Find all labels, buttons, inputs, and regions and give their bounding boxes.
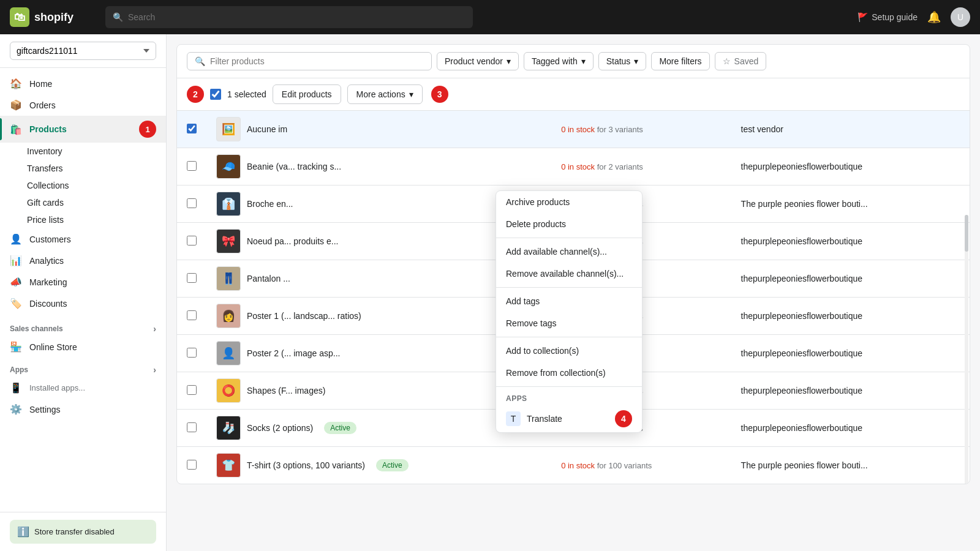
products-icon: 🛍️ bbox=[10, 124, 22, 135]
translate-icon: T bbox=[506, 411, 521, 426]
saved-btn[interactable]: ☆ Saved bbox=[715, 52, 767, 70]
checkbox-cell bbox=[177, 111, 206, 148]
product-name: Shapes (F... images) bbox=[247, 386, 325, 395]
status-badge: Active bbox=[376, 459, 409, 471]
sidebar-sub-collections[interactable]: Collections bbox=[27, 177, 166, 194]
expand-icon[interactable]: › bbox=[153, 324, 156, 334]
logo: 🛍 shopify bbox=[10, 7, 96, 27]
edit-products-btn[interactable]: Edit products bbox=[273, 84, 341, 104]
sales-channels-header: Sales channels › bbox=[0, 317, 166, 336]
sidebar-sub-transfers[interactable]: Transfers bbox=[27, 160, 166, 177]
dropdown-item-translate[interactable]: T Translate 4 bbox=[496, 405, 642, 432]
dropdown-item-remove-channel[interactable]: Remove available channel(s)... bbox=[496, 263, 642, 285]
stock-cell: 0 in stock for 3 variants bbox=[551, 111, 731, 148]
sidebar-item-app-placeholder[interactable]: 📱 Installed apps... bbox=[0, 377, 166, 399]
notifications-icon[interactable]: 🔔 bbox=[927, 10, 941, 24]
sidebar-item-marketing[interactable]: 📣 Marketing bbox=[0, 271, 166, 293]
topbar: 🛍 shopify 🔍 🚩 Setup guide 🔔 U bbox=[0, 0, 980, 34]
store-selector[interactable]: giftcards211011 bbox=[0, 34, 166, 68]
row-checkbox[interactable] bbox=[187, 236, 197, 246]
row-checkbox[interactable] bbox=[187, 310, 197, 320]
product-image: ⭕ bbox=[216, 378, 241, 403]
setup-guide-link[interactable]: 🚩 Setup guide bbox=[858, 12, 918, 22]
sidebar-section-main: 🏠 Home 📦 Orders 🛍️ Products 1 Inventory … bbox=[0, 73, 166, 314]
checkbox-cell bbox=[177, 335, 206, 372]
row-checkbox[interactable] bbox=[187, 273, 197, 283]
filter-search-icon: 🔍 bbox=[195, 56, 205, 66]
vendor-filter-btn[interactable]: Product vendor ▾ bbox=[437, 52, 519, 70]
scrollbar[interactable] bbox=[965, 215, 968, 484]
sidebar-item-online-store[interactable]: 🏪 Online Store bbox=[0, 336, 166, 358]
sidebar-label-online-store: Online Store bbox=[29, 342, 77, 352]
checkbox-cell bbox=[177, 148, 206, 186]
sidebar-item-settings[interactable]: ⚙️ Settings bbox=[0, 399, 166, 420]
sidebar-sub-price-lists[interactable]: Price lists bbox=[27, 211, 166, 228]
dropdown-item-delete[interactable]: Delete products bbox=[496, 213, 642, 235]
dropdown-item-remove-collection[interactable]: Remove from collection(s) bbox=[496, 362, 642, 384]
sidebar-item-orders[interactable]: 📦 Orders bbox=[0, 94, 166, 116]
app-icon: 📱 bbox=[10, 382, 22, 394]
table-row: 🧢 Beanie (va... tracking s... 0 in stock… bbox=[177, 148, 970, 186]
row-checkbox[interactable] bbox=[187, 422, 197, 432]
product-name: Pantalon ... bbox=[247, 274, 290, 283]
store-dropdown[interactable]: giftcards211011 bbox=[10, 42, 156, 60]
sidebar-label-discounts: Discounts bbox=[29, 299, 67, 309]
select-all-checkbox[interactable] bbox=[210, 89, 221, 100]
dropdown-item-archive[interactable]: Archive products bbox=[496, 191, 642, 213]
row-checkbox[interactable] bbox=[187, 198, 197, 208]
sidebar-item-products[interactable]: 🛍️ Products 1 bbox=[0, 116, 166, 143]
sidebar: giftcards211011 🏠 Home 📦 Orders 🛍️ Produ… bbox=[0, 34, 167, 551]
dropdown-item-add-channel[interactable]: Add available channel(s)... bbox=[496, 241, 642, 263]
product-info: 🖼️ Aucune im bbox=[216, 117, 541, 141]
product-cell: 🧢 Beanie (va... tracking s... bbox=[206, 148, 551, 186]
search-input[interactable] bbox=[128, 12, 466, 22]
sidebar-item-analytics[interactable]: 📊 Analytics bbox=[0, 250, 166, 271]
avatar[interactable]: U bbox=[951, 7, 970, 27]
settings-icon: ⚙️ bbox=[10, 403, 22, 415]
row-checkbox[interactable] bbox=[187, 124, 197, 133]
annotation-2: 2 bbox=[187, 86, 204, 103]
sidebar-sub-inventory[interactable]: Inventory bbox=[27, 143, 166, 160]
annotation-3: 3 bbox=[431, 86, 448, 103]
sidebar-item-customers[interactable]: 👤 Customers bbox=[0, 228, 166, 250]
checkbox-cell bbox=[177, 186, 206, 223]
flag-icon: 🚩 bbox=[858, 12, 868, 22]
checkbox-cell bbox=[177, 447, 206, 484]
logo-text: shopify bbox=[34, 11, 74, 24]
sidebar-sub-gift-cards[interactable]: Gift cards bbox=[27, 194, 166, 211]
product-image: 👔 bbox=[216, 192, 241, 216]
dropdown-item-add-tags[interactable]: Add tags bbox=[496, 290, 642, 312]
more-actions-dropdown: Archive products Delete products Add ava… bbox=[496, 190, 643, 433]
row-checkbox[interactable] bbox=[187, 385, 197, 395]
row-checkbox[interactable] bbox=[187, 348, 197, 358]
topbar-search-container: 🔍 bbox=[105, 6, 473, 28]
sidebar-item-home[interactable]: 🏠 Home bbox=[0, 73, 166, 94]
dropdown-divider-1 bbox=[496, 238, 642, 238]
sidebar-label-analytics: Analytics bbox=[29, 256, 64, 266]
vendor-chevron-icon: ▾ bbox=[507, 56, 511, 66]
apps-expand-icon[interactable]: › bbox=[153, 365, 156, 375]
row-checkbox[interactable] bbox=[187, 460, 197, 470]
vendor-cell: thepurplepeoniesflowerboutique bbox=[731, 260, 970, 298]
tagged-filter-btn[interactable]: Tagged with ▾ bbox=[524, 52, 594, 70]
more-actions-btn[interactable]: More actions ▾ bbox=[347, 84, 423, 104]
product-info: 🧦 Socks (2 options) Active bbox=[216, 416, 541, 440]
customers-icon: 👤 bbox=[10, 233, 22, 245]
star-icon: ☆ bbox=[723, 56, 731, 66]
store-transfer-text: Store transfer disabled bbox=[34, 527, 115, 536]
status-filter-btn[interactable]: Status ▾ bbox=[598, 52, 647, 70]
dropdown-item-add-collection[interactable]: Add to collection(s) bbox=[496, 340, 642, 362]
sidebar-nav: 🏠 Home 📦 Orders 🛍️ Products 1 Inventory … bbox=[0, 68, 166, 512]
table-row: 🖼️ Aucune im 0 in stock for 3 variants t… bbox=[177, 111, 970, 148]
sidebar-item-discounts[interactable]: 🏷️ Discounts bbox=[0, 293, 166, 314]
more-filters-btn[interactable]: More filters bbox=[651, 52, 709, 70]
filter-bar: 🔍 Product vendor ▾ Tagged with ▾ Status … bbox=[177, 45, 970, 78]
status-badge: Active bbox=[324, 422, 356, 434]
dropdown-item-remove-tags[interactable]: Remove tags bbox=[496, 312, 642, 334]
row-checkbox[interactable] bbox=[187, 161, 197, 171]
sidebar-label-products: Products bbox=[29, 124, 67, 134]
product-info: 👤 Poster 2 (... image asp... bbox=[216, 341, 541, 365]
sidebar-label-marketing: Marketing bbox=[29, 277, 67, 287]
filter-products-input[interactable] bbox=[210, 56, 424, 66]
scroll-thumb[interactable] bbox=[965, 215, 968, 252]
